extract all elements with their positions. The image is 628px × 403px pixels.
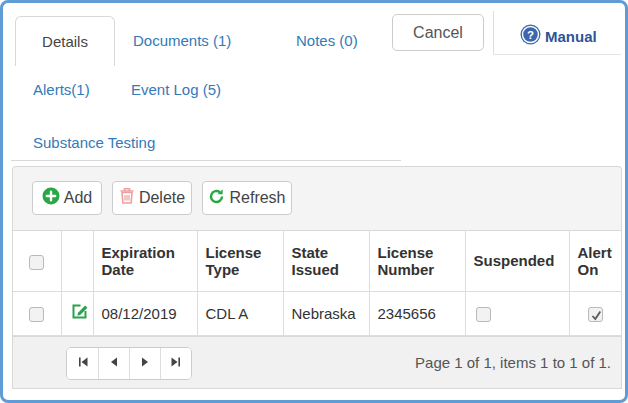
trash-icon xyxy=(119,187,135,209)
next-page-button[interactable] xyxy=(129,348,160,379)
header-underline xyxy=(493,54,621,55)
header-row: Expiration Date License Type State Issue… xyxy=(13,231,621,291)
header-edit-cell xyxy=(61,231,93,291)
table-row: 08/12/2019 CDL A Nebraska 2345656 xyxy=(13,291,621,335)
refresh-button-label: Refresh xyxy=(229,189,285,207)
plus-circle-icon xyxy=(42,187,60,209)
header-license-type: License Type xyxy=(197,231,283,291)
grid-toolbar: Add Delete Refre xyxy=(12,166,622,231)
grid-pager: Page 1 of 1, items 1 to 1 of 1. xyxy=(13,336,621,388)
svg-text:?: ? xyxy=(527,29,534,41)
header-state-issued: State Issued xyxy=(283,231,369,291)
header-suspended: Suspended xyxy=(465,231,569,291)
license-details-window: Details Documents (1) Notes (0) Cancel ?… xyxy=(0,0,628,403)
delete-button-label: Delete xyxy=(139,189,185,207)
cell-license-number: 2345656 xyxy=(369,291,465,335)
tab-event-log[interactable]: Event Log (5) xyxy=(131,81,221,98)
last-page-icon xyxy=(170,356,182,371)
header-license-number: License Number xyxy=(369,231,465,291)
header-expiration-date: Expiration Date xyxy=(93,231,197,291)
add-button-label: Add xyxy=(64,189,92,207)
refresh-icon xyxy=(208,188,225,209)
manual-link[interactable]: ? Manual xyxy=(520,24,597,49)
licenses-grid: Expiration Date License Type State Issue… xyxy=(12,230,622,389)
alert-on-checkbox xyxy=(588,307,603,322)
refresh-button[interactable]: Refresh xyxy=(202,181,292,215)
first-page-icon xyxy=(77,356,89,371)
manual-label: Manual xyxy=(545,28,597,45)
first-page-button[interactable] xyxy=(67,348,98,379)
tab-notes[interactable]: Notes (0) xyxy=(296,32,358,49)
pager-button-group xyxy=(66,347,192,380)
add-button[interactable]: Add xyxy=(32,181,102,215)
tab-alerts[interactable]: Alerts(1) xyxy=(33,81,90,98)
tab-substance-testing[interactable]: Substance Testing xyxy=(33,134,155,151)
licenses-table: Expiration Date License Type State Issue… xyxy=(13,231,621,336)
header-alert-on: Alert On xyxy=(569,231,621,291)
select-all-checkbox[interactable] xyxy=(29,255,44,270)
cell-alert-on xyxy=(569,291,621,335)
pager-info: Page 1 of 1, items 1 to 1 of 1. xyxy=(415,337,611,389)
tab-details-label: Details xyxy=(42,33,88,50)
next-page-icon xyxy=(139,356,151,371)
tab-documents[interactable]: Documents (1) xyxy=(133,32,231,49)
header-select-cell xyxy=(13,231,61,291)
cancel-button[interactable]: Cancel xyxy=(392,14,484,51)
row-edit-cell xyxy=(61,291,93,335)
tab-strip-underline xyxy=(11,160,401,161)
cell-suspended xyxy=(465,291,569,335)
delete-button[interactable]: Delete xyxy=(112,181,192,215)
cell-expiration-date: 08/12/2019 xyxy=(93,291,197,335)
suspended-checkbox xyxy=(476,307,491,322)
previous-page-button[interactable] xyxy=(98,348,129,379)
help-question-icon: ? xyxy=(520,24,541,49)
last-page-button[interactable] xyxy=(160,348,191,379)
row-select-checkbox[interactable] xyxy=(29,307,44,322)
tab-details[interactable]: Details xyxy=(15,16,115,66)
cell-license-type: CDL A xyxy=(197,291,283,335)
row-select-cell xyxy=(13,291,61,335)
header-divider xyxy=(493,11,494,55)
previous-page-icon xyxy=(108,356,120,371)
edit-row-icon[interactable] xyxy=(70,307,89,324)
cell-state-issued: Nebraska xyxy=(283,291,369,335)
